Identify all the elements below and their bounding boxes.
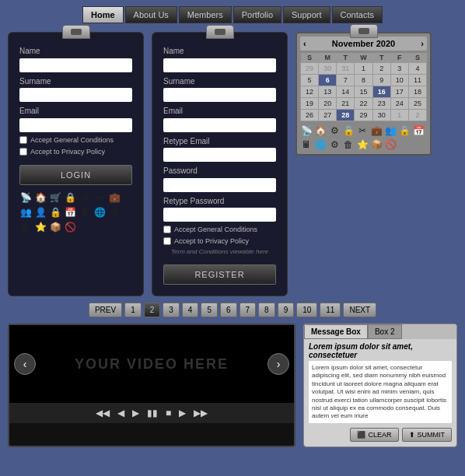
- cal-cell[interactable]: 7: [337, 75, 355, 86]
- cal-settings-icon: ⚙: [328, 138, 341, 151]
- cal-cell-today[interactable]: 6: [319, 75, 337, 86]
- cal-cell[interactable]: 5: [301, 75, 319, 86]
- cal-cell[interactable]: 31: [337, 63, 355, 75]
- message-box: Message Box Box 2 Lorem ipsum dolor sit …: [303, 324, 457, 447]
- fast-forward-button[interactable]: ▶▶: [191, 406, 210, 420]
- reg-checkbox-1-row: Accept General Conditions: [163, 226, 276, 233]
- page-4[interactable]: 4: [182, 303, 199, 317]
- cal-cell[interactable]: 18: [408, 86, 426, 98]
- page-2-active[interactable]: 2: [144, 303, 161, 317]
- page-5[interactable]: 5: [201, 303, 218, 317]
- prev-button[interactable]: PREV: [89, 303, 122, 317]
- msg-tab-1[interactable]: Message Box: [304, 324, 368, 339]
- reg-retype-email-input[interactable]: [163, 148, 276, 162]
- cal-cell[interactable]: 9: [372, 75, 390, 86]
- login-name-label: Name: [19, 47, 132, 55]
- nav-about[interactable]: About Us: [125, 6, 177, 23]
- cal-cell[interactable]: 10: [390, 75, 408, 86]
- cal-cell[interactable]: 29: [301, 63, 319, 75]
- pause-button[interactable]: ▮▮: [145, 406, 160, 420]
- cal-cell[interactable]: 22: [355, 98, 372, 110]
- login-checkbox-2-row: Accept to Privacy Policy: [19, 148, 132, 156]
- nav-home[interactable]: Home: [82, 6, 124, 23]
- page-6[interactable]: 6: [220, 303, 237, 317]
- login-checkbox-general[interactable]: [19, 136, 27, 144]
- reg-checkbox-privacy[interactable]: [163, 237, 171, 245]
- reg-surname-label: Surname: [163, 77, 276, 86]
- cal-cell[interactable]: 12: [301, 86, 319, 98]
- cal-cell-28[interactable]: 28: [337, 110, 355, 121]
- next-frame-button[interactable]: ▶: [177, 406, 188, 420]
- login-email-input[interactable]: [19, 118, 132, 132]
- cal-cell[interactable]: 11: [408, 75, 426, 86]
- cal-users-icon: 👥: [384, 124, 397, 137]
- cal-cell[interactable]: 21: [337, 98, 355, 110]
- bottom-row: ‹ YOUR VIDEO HERE › ◀◀ ◀ ▶ ▮▮ ■ ▶ ▶▶ Mes…: [0, 324, 465, 447]
- cal-cell[interactable]: 13: [319, 86, 337, 98]
- nav-support[interactable]: Support: [283, 6, 330, 23]
- cal-cell[interactable]: 1: [390, 110, 408, 121]
- cal-star-icon: ⭐: [356, 138, 369, 151]
- page-3[interactable]: 3: [163, 303, 180, 317]
- login-button[interactable]: LOGIN: [19, 165, 132, 185]
- cal-cell[interactable]: 30: [319, 63, 337, 75]
- reg-password-input[interactable]: [163, 178, 276, 192]
- calendar-panel: ‹ November 2020 › S M T W T F S 29 30 31: [295, 32, 432, 156]
- cal-prev-button[interactable]: ‹: [303, 39, 306, 48]
- cal-cell[interactable]: 1: [355, 63, 372, 75]
- page-1[interactable]: 1: [124, 303, 142, 317]
- cal-cell[interactable]: 2: [408, 110, 426, 121]
- reg-email-label: Email: [163, 107, 276, 115]
- cal-cell[interactable]: 17: [390, 86, 408, 98]
- cal-cell[interactable]: 19: [301, 98, 319, 110]
- cal-next-button[interactable]: ›: [421, 39, 424, 48]
- cal-cell[interactable]: 3: [390, 63, 408, 75]
- cal-cell[interactable]: 15: [355, 86, 372, 98]
- cal-cell[interactable]: 25: [408, 98, 426, 110]
- cal-cell[interactable]: 2: [372, 63, 390, 75]
- page-10[interactable]: 10: [296, 303, 317, 317]
- cal-cell-highlight[interactable]: 16: [372, 86, 390, 98]
- page-8[interactable]: 8: [258, 303, 275, 317]
- prev-frame-button[interactable]: ◀: [115, 406, 127, 420]
- summit-button[interactable]: ⬆ SUMMIT: [402, 428, 453, 442]
- page-11[interactable]: 11: [320, 303, 341, 317]
- rewind-button[interactable]: ◀◀: [93, 406, 112, 420]
- page-9[interactable]: 9: [278, 303, 295, 317]
- globe-icon: 🌐: [93, 206, 106, 219]
- play-button[interactable]: ▶: [130, 406, 142, 420]
- login-surname-input[interactable]: [19, 88, 132, 102]
- nav-contacts[interactable]: Contacts: [332, 6, 383, 23]
- terms-text[interactable]: Term and Conditions viewable here: [163, 248, 276, 255]
- cal-cell[interactable]: 29: [355, 110, 372, 121]
- nav-portfolio[interactable]: Portfolio: [233, 6, 281, 23]
- cal-cell[interactable]: 8: [355, 75, 372, 86]
- video-prev-button[interactable]: ‹: [14, 353, 36, 375]
- cal-cell[interactable]: 14: [337, 86, 355, 98]
- page-7[interactable]: 7: [239, 303, 257, 317]
- reg-surname-input[interactable]: [163, 88, 276, 102]
- reg-name-input[interactable]: [163, 58, 276, 72]
- cal-cell[interactable]: 20: [319, 98, 337, 110]
- cal-cell[interactable]: 27: [319, 110, 337, 121]
- next-button[interactable]: NEXT: [343, 303, 376, 317]
- clear-button[interactable]: ⬛ CLEAR: [350, 428, 398, 442]
- reg-checkbox-general[interactable]: [163, 226, 171, 233]
- cal-icons: 📡 🏠 ⚙ 🔒 ✂ 💼 👥 🔒 📅 🖩 🌐 ⚙ 🗑 ⭐ 📦 🚫: [300, 121, 427, 151]
- reg-checkbox-2-row: Accept to Privacy Policy: [163, 237, 276, 245]
- login-checkbox-privacy[interactable]: [19, 148, 27, 156]
- video-next-button[interactable]: ›: [267, 353, 289, 375]
- cal-cell[interactable]: 26: [301, 110, 319, 121]
- cal-cell[interactable]: 4: [408, 63, 426, 75]
- login-name-input[interactable]: [19, 58, 132, 72]
- register-button[interactable]: REGISTER: [163, 264, 276, 285]
- stop-button[interactable]: ■: [163, 406, 173, 420]
- msg-tab-2[interactable]: Box 2: [368, 324, 402, 339]
- cal-cell[interactable]: 23: [372, 98, 390, 110]
- cal-cell[interactable]: 24: [390, 98, 408, 110]
- reg-retype-password-input[interactable]: [163, 208, 276, 222]
- video-controls: ◀◀ ◀ ▶ ▮▮ ■ ▶ ▶▶: [9, 403, 294, 423]
- cal-cell[interactable]: 30: [372, 110, 390, 121]
- reg-email-input[interactable]: [163, 118, 276, 132]
- nav-members[interactable]: Members: [179, 6, 232, 23]
